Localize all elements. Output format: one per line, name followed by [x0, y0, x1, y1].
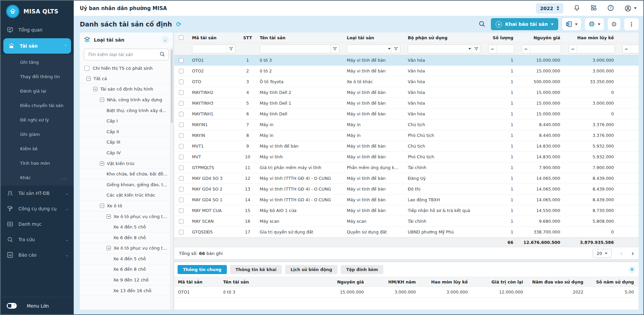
chevron-down-icon[interactable] [388, 48, 391, 50]
col-header-stt[interactable]: STT [239, 35, 256, 40]
tree-node[interactable]: Xe 9 đến 12 chỗ [80, 275, 170, 285]
sidebar-item-tong-quan[interactable]: Tổng quan [1, 22, 74, 38]
notification-bell-icon[interactable] [573, 4, 580, 12]
submenu-item[interactable]: Đánh giá lại ... [1, 84, 74, 98]
tree-node[interactable]: Xe ô tô [80, 201, 170, 211]
table-row[interactable]: MAYTINH3 5 Máy tính Dell 1 Máy vi tính đ… [174, 98, 639, 109]
equals-operator[interactable]: = [522, 45, 530, 53]
row-checkbox[interactable] [179, 176, 184, 181]
table-row[interactable]: MAYTINH1 6 Máy tính Dell Máy vi tính để … [174, 109, 639, 119]
col-header-dept[interactable]: Bộ phận sử dụng [404, 35, 485, 40]
collapse-node-icon[interactable] [100, 98, 104, 102]
collapse-node-icon[interactable] [93, 87, 98, 91]
only-active-checkbox[interactable] [84, 66, 89, 71]
asset-type-search-input[interactable] [87, 52, 156, 57]
submenu-item[interactable]: Ghi giảm ... [1, 127, 74, 142]
row-checkbox[interactable] [179, 165, 184, 170]
collapse-panel-icon[interactable]: ‹ [162, 36, 169, 44]
collapse-node-icon[interactable] [86, 76, 91, 81]
tree-node[interactable]: Vật kiến trúc [80, 158, 170, 169]
col-header-type[interactable]: Loại tài sản [343, 35, 404, 40]
table-row[interactable]: MAY MOT CUA 15 Máy bộ AIO 1 cửa Máy vi t… [174, 205, 639, 216]
filter-dep-input[interactable] [577, 45, 615, 53]
table-row[interactable]: OTO 3 Ô tô Toyota Xe ô tô khác Văn hóa 1… [174, 76, 639, 87]
table-row[interactable]: MAYIN1 7 Máy in Máy in Chủ tịch 1 8.440.… [174, 119, 639, 130]
user-menu[interactable] [624, 5, 637, 12]
row-checkbox[interactable] [179, 90, 184, 95]
tree-scrollbar[interactable] [170, 47, 173, 310]
year-stepper-icon[interactable] [557, 6, 559, 10]
equals-operator[interactable]: = [623, 45, 631, 53]
tree-node[interactable]: Các vật kiến trúc khác [80, 190, 170, 201]
declare-asset-button[interactable]: + Khai báo tài sản [491, 18, 558, 30]
equals-operator[interactable]: = [489, 45, 497, 53]
tree-node[interactable]: Cấp I [80, 116, 170, 126]
tree-node[interactable]: Xe 6 đến 8 chỗ [80, 232, 170, 243]
filter-funnel-icon[interactable] [391, 45, 400, 53]
logo-row[interactable]: MISA QLTS [1, 1, 74, 22]
only-active-filter[interactable]: Chỉ hiển thị TS có phát sinh [80, 61, 173, 73]
tree-node[interactable]: Xe 13 đến 16 chỗ [80, 285, 170, 296]
collapse-node-icon[interactable] [100, 161, 104, 166]
tree-node[interactable]: Xe 6 đến 8 chỗ [80, 264, 170, 275]
col-header-code[interactable]: Mã tài sản [188, 35, 239, 40]
col-header-qty[interactable]: Số lượng [485, 35, 518, 40]
table-row[interactable]: GTPMQLTS 11 Giá trị phần mềm máy vi tính… [174, 162, 639, 173]
filter-funnel-icon[interactable] [227, 45, 235, 53]
tree-scrollbar-thumb[interactable] [171, 49, 173, 123]
chevron-down-icon[interactable] [468, 48, 471, 50]
apps-grid-icon[interactable] [590, 4, 597, 12]
row-checkbox[interactable] [179, 69, 184, 73]
print-button[interactable] [585, 18, 604, 30]
submenu-item[interactable]: Đề nghị xử lý ... [1, 113, 74, 127]
filter-qty-input[interactable] [497, 45, 514, 53]
table-row[interactable]: GTQSDĐ5 17 Gía trị quyền sử dụng đất Quy… [174, 227, 639, 238]
table-row[interactable]: MAY GD4 SO 1 14 Máy vi tính (TTTH GD 4) … [174, 195, 639, 205]
search-icon[interactable] [478, 20, 486, 29]
filter-dept-select[interactable] [408, 45, 468, 53]
tree-node[interactable]: Giếng khoan, giếng đào, tườ... [80, 179, 170, 190]
more-dots-icon[interactable]: ... [62, 175, 68, 180]
tab-lich-su-bien-dong[interactable]: Lịch sử biến động [285, 265, 337, 274]
row-checkbox[interactable] [179, 230, 184, 234]
tab-tep-dinh-kem[interactable]: Tệp đính kèm [341, 265, 383, 274]
help-icon[interactable]: ? [607, 4, 614, 12]
search-icon[interactable] [159, 51, 165, 58]
tab-thong-tin-chung[interactable]: Thông tin chung [178, 265, 227, 274]
submenu-item[interactable]: Thay đổi thông tin ... [1, 69, 74, 84]
tree-node[interactable]: Biệt thự, công trình xây dựn... [80, 105, 170, 116]
submenu-item[interactable]: Ghi tăng ... [1, 55, 74, 69]
sidebar-item-cong-cu-dung-cu[interactable]: Công cụ dụng cụ ⌄ [1, 201, 74, 216]
tree-node[interactable]: Cấp IV [80, 148, 170, 158]
table-row[interactable]: MVT1 9 Máy vi tính để bàn Máy vi tính để… [174, 141, 639, 152]
table-row[interactable]: MAY SCAN 16 Máy scan Máy scan Tài chính … [174, 216, 639, 227]
tab-thong-tin-ke-khai[interactable]: Thông tin kê khai [230, 265, 282, 274]
tree-node[interactable]: Tài sản cố định hữu hình [80, 84, 170, 95]
tree-node[interactable]: Xe ô tô phục vụ công tác ... [80, 211, 170, 222]
row-checkbox[interactable] [179, 133, 184, 138]
next-page-button[interactable]: › [631, 250, 634, 257]
row-checkbox[interactable] [179, 198, 184, 202]
sidebar-item-tai-san[interactable]: Tài sản ⌃ [3, 38, 71, 54]
submenu-item[interactable]: Khác ... [1, 170, 74, 185]
prev-page-button[interactable]: ‹ [620, 250, 623, 257]
detail-data-row[interactable]: OTO1 ô tô 3 15.000.000 3.000.000 3.000.0… [174, 287, 639, 298]
table-row[interactable]: MAYTINH2 4 Máy tính Dell 2 Máy vi tính đ… [174, 87, 639, 98]
tree-node[interactable]: Tất cả [80, 73, 170, 84]
collapse-node-icon[interactable] [100, 204, 104, 208]
collapse-detail-icon[interactable]: ▼ [629, 266, 635, 273]
tree-node[interactable]: Cấp III [80, 137, 170, 148]
select-all-checkbox[interactable] [179, 35, 184, 40]
sidebar-item-danh-muc[interactable]: Danh mục [1, 216, 74, 232]
tree-node[interactable]: Xe ô tô phục vụ công tác ... [80, 243, 170, 254]
row-checkbox[interactable] [179, 219, 184, 224]
row-checkbox[interactable] [179, 112, 184, 116]
panel-splitter[interactable] [174, 259, 639, 262]
settings-button[interactable]: ⚙ [608, 18, 620, 30]
row-checkbox[interactable] [179, 80, 184, 84]
refresh-icon[interactable]: ⟳ [176, 20, 181, 28]
submenu-item[interactable]: Tính hao mòn ... [1, 156, 74, 170]
sidebar-item-bao-cao[interactable]: Báo cáo ⌄ [1, 247, 74, 263]
submenu-item[interactable]: Kiểm kê ... [1, 142, 74, 156]
table-row[interactable]: OTO1 1 ô tô 3 Máy vi tính để bàn Văn hóa… [174, 55, 639, 66]
